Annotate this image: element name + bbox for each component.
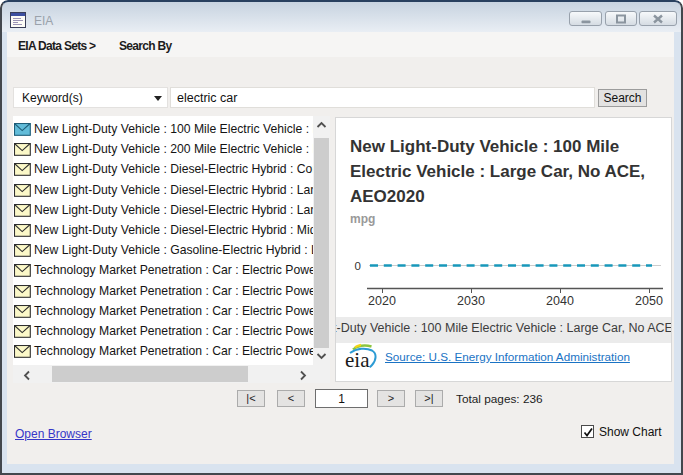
svg-text:2050: 2050: [635, 294, 663, 308]
svg-text:eia: eia: [345, 348, 370, 372]
svg-text:2040: 2040: [546, 294, 574, 308]
svg-text:2020: 2020: [368, 294, 396, 308]
svg-text:0: 0: [355, 260, 361, 272]
svg-text:2030: 2030: [457, 294, 485, 308]
